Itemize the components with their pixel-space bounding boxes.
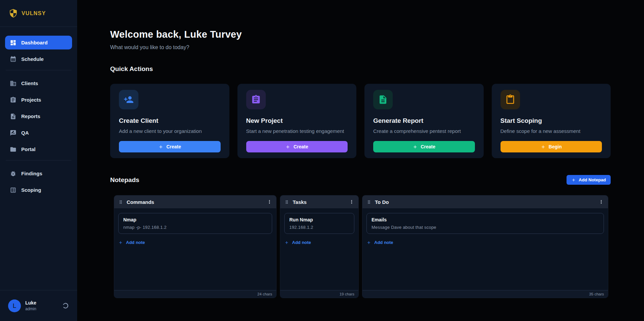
new-project-button[interactable]: Create xyxy=(246,141,348,152)
sidebar-item-label: Projects xyxy=(21,97,41,103)
notepad-body: Run Nmap 192.168.1.2 Add note xyxy=(280,208,358,290)
quick-card-start-scoping: Start Scoping Define scope for a new ass… xyxy=(492,84,611,158)
dashboard-icon xyxy=(10,39,17,46)
brand-header: VULNSY xyxy=(0,0,77,27)
sidebar-item-label: Clients xyxy=(21,80,38,86)
sidebar-item-dashboard[interactable]: Dashboard xyxy=(5,36,72,49)
plus-icon xyxy=(285,144,290,149)
sidebar-item-label: Scoping xyxy=(21,187,41,193)
folder-icon xyxy=(10,146,17,153)
char-count: 24 chars xyxy=(257,292,272,296)
sidebar-nav: Dashboard Schedule Clients Projects R xyxy=(0,27,77,197)
sidebar-item-reports[interactable]: Reports xyxy=(5,109,72,123)
quick-card-title: Create Client xyxy=(119,117,221,124)
quick-card-description: Create a comprehensive pentest report xyxy=(373,128,475,134)
button-label: Begin xyxy=(549,144,562,149)
note-body: Message Dave about that scope xyxy=(372,225,599,230)
kebab-menu-icon[interactable] xyxy=(349,199,354,205)
sidebar-item-label: Schedule xyxy=(21,56,44,62)
notepad-footer: 19 chars xyxy=(280,290,358,298)
notepads-header: Notepads Add Notepad xyxy=(110,175,611,185)
sidebar-item-portal[interactable]: Portal xyxy=(5,142,72,156)
button-label: Add Notepad xyxy=(579,177,606,182)
main-content: Welcome back, Luke Turvey What would you… xyxy=(77,0,644,321)
user-role: admin xyxy=(25,307,36,311)
page-title: Welcome back, Luke Turvey xyxy=(110,29,611,40)
chat-edit-icon xyxy=(10,130,17,136)
start-scoping-button[interactable]: Begin xyxy=(501,141,602,152)
char-count: 35 chars xyxy=(589,292,604,296)
note-item[interactable]: Run Nmap 192.168.1.2 xyxy=(284,213,354,234)
create-client-button[interactable]: Create xyxy=(119,141,221,152)
sidebar-item-label: Dashboard xyxy=(21,40,47,45)
quick-card-generate-report: Generate Report Create a comprehensive p… xyxy=(364,84,484,158)
button-label: Create xyxy=(421,144,436,149)
sidebar-item-scoping[interactable]: Scoping xyxy=(5,183,72,197)
notepad-body: Nmap nmap -p- 192.168.1.2 Add note xyxy=(114,208,276,290)
page-subtitle: What would you like to do today? xyxy=(110,44,611,50)
shield-icon xyxy=(9,9,18,18)
bug-icon xyxy=(10,170,17,177)
quick-card-title: Start Scoping xyxy=(501,117,602,124)
plus-icon xyxy=(284,240,289,245)
button-label: Create xyxy=(166,144,181,149)
plus-icon xyxy=(118,240,123,245)
notepad-commands: Commands Nmap nmap -p- 192.168.1.2 Add n… xyxy=(114,195,277,298)
document-lines-icon xyxy=(373,90,393,109)
avatar[interactable]: L xyxy=(8,299,21,312)
list-icon xyxy=(10,187,17,193)
add-notepad-button[interactable]: Add Notepad xyxy=(567,175,611,185)
clipboard-outline-icon xyxy=(501,90,520,109)
generate-report-button[interactable]: Create xyxy=(373,141,475,152)
sidebar-item-schedule[interactable]: Schedule xyxy=(5,52,72,66)
quick-card-description: Start a new penetration testing engageme… xyxy=(246,128,348,134)
note-item[interactable]: Nmap nmap -p- 192.168.1.2 xyxy=(118,213,272,234)
notepad-title: Commands xyxy=(127,199,154,205)
add-note-link[interactable]: Add note xyxy=(366,240,393,245)
kebab-menu-icon[interactable] xyxy=(267,199,272,205)
building-icon xyxy=(10,80,17,87)
quick-card-title: New Project xyxy=(246,117,348,124)
notepad-title: Tasks xyxy=(293,199,307,205)
plus-icon xyxy=(541,144,546,149)
sidebar-item-label: QA xyxy=(21,130,29,136)
sidebar-item-label: Reports xyxy=(21,113,40,119)
kebab-menu-icon[interactable] xyxy=(599,199,604,205)
plus-icon xyxy=(571,178,576,182)
drag-handle-icon[interactable] xyxy=(118,200,123,205)
sidebar-item-findings[interactable]: Findings xyxy=(5,167,72,180)
notepad-body: Emails Message Dave about that scope Add… xyxy=(362,208,608,290)
note-body: 192.168.1.2 xyxy=(289,225,349,230)
notepad-header: To Do xyxy=(362,195,608,208)
quick-actions-heading: Quick Actions xyxy=(110,65,611,73)
sidebar-divider xyxy=(6,70,71,70)
drag-handle-icon[interactable] xyxy=(366,200,372,205)
clipboard-lines-icon xyxy=(246,90,266,109)
quick-actions-row: Create Client Add a new client to your o… xyxy=(110,84,611,158)
note-item[interactable]: Emails Message Dave about that scope xyxy=(366,213,604,234)
notepad-todo: To Do Emails Message Dave about that sco… xyxy=(362,195,608,298)
note-title: Emails xyxy=(372,217,599,222)
plus-icon xyxy=(158,144,163,149)
sidebar-item-label: Portal xyxy=(21,146,36,152)
quick-card-new-project: New Project Start a new penetration test… xyxy=(237,84,357,158)
add-note-link[interactable]: Add note xyxy=(284,240,311,245)
drag-handle-icon[interactable] xyxy=(284,200,289,205)
notepad-title: To Do xyxy=(375,199,389,205)
notepad-header: Commands xyxy=(114,195,276,208)
notepads-heading: Notepads xyxy=(110,176,139,184)
sidebar-divider xyxy=(6,160,71,160)
notepad-footer: 24 chars xyxy=(114,290,276,298)
sidebar-item-label: Findings xyxy=(21,171,42,176)
quick-card-title: Generate Report xyxy=(373,117,475,124)
sidebar-item-qa[interactable]: QA xyxy=(5,126,72,140)
refresh-icon[interactable] xyxy=(62,302,69,309)
add-note-link[interactable]: Add note xyxy=(118,240,145,245)
sidebar-item-projects[interactable]: Projects xyxy=(5,93,72,107)
sidebar-item-clients[interactable]: Clients xyxy=(5,76,72,90)
quick-card-create-client: Create Client Add a new client to your o… xyxy=(110,84,229,158)
user-panel: L Luke admin xyxy=(0,290,77,321)
link-label: Add note xyxy=(126,240,145,245)
clipboard-icon xyxy=(10,97,17,103)
char-count: 19 chars xyxy=(340,292,354,296)
